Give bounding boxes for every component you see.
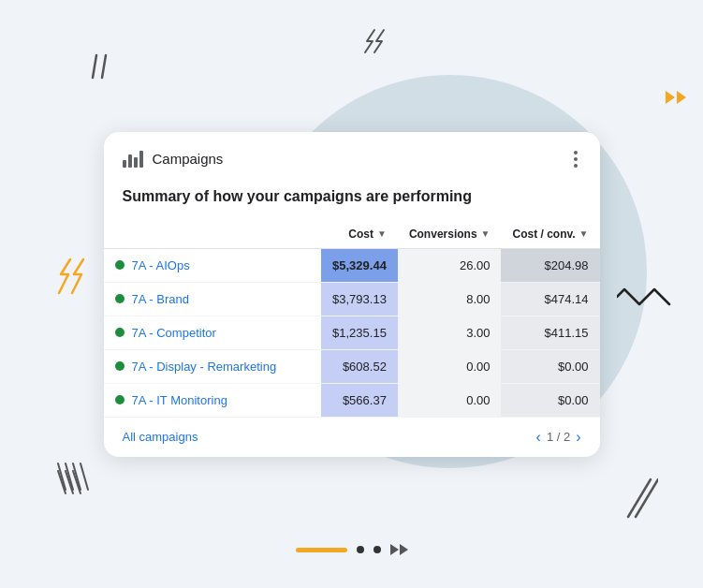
table-row: 7A - IT Monitoring $566.370.00$0.00	[104, 383, 600, 417]
campaign-name-cell: 7A - Competitor	[104, 316, 322, 349]
prev-page-button[interactable]: ‹	[536, 429, 541, 446]
card-footer: All campaigns ‹ 1 / 2 ›	[104, 417, 600, 457]
conversions-cell: 26.00	[398, 248, 502, 282]
table-row: 7A - Competitor $1,235.153.00$411.15	[104, 316, 600, 349]
cost-conv-cell: $204.98	[501, 248, 599, 282]
deco-slash-bottomleft	[56, 458, 97, 499]
status-dot	[115, 294, 124, 303]
deco-slash-bottomright	[621, 478, 658, 522]
conversions-sort-arrow: ▼	[481, 228, 491, 239]
card-header: Campaigns	[104, 132, 600, 181]
conversions-cell: 8.00	[398, 282, 502, 316]
status-dot	[115, 395, 124, 404]
deco-dot-1	[357, 546, 364, 553]
svg-line-5	[81, 463, 88, 490]
campaigns-card: Campaigns Summary of how your campaigns …	[104, 132, 600, 457]
cost-cell: $1,235.15	[321, 316, 398, 349]
svg-line-1	[102, 55, 106, 78]
conversions-cell: 0.00	[398, 383, 502, 417]
cost-cell: $608.52	[321, 349, 398, 383]
deco-wave-right	[617, 286, 673, 312]
table-row: 7A - AIOps $5,329.4426.00$204.98	[104, 248, 600, 282]
campaign-name[interactable]: 7A - AIOps	[115, 258, 311, 272]
kebab-menu-button[interactable]	[570, 147, 581, 171]
summary-title: Summary of how your campaigns are perfor…	[104, 181, 600, 220]
cost-sort-arrow: ▼	[377, 228, 387, 239]
campaign-name[interactable]: 7A - IT Monitoring	[115, 393, 311, 407]
card-title: Campaigns	[153, 151, 224, 167]
campaign-name-cell: 7A - Brand	[104, 282, 322, 316]
table-row: 7A - Brand $3,793.138.00$474.14	[104, 282, 600, 316]
cost-cell: $566.37	[321, 383, 398, 417]
cost-conv-cell: $0.00	[501, 383, 599, 417]
deco-bottom-controls	[296, 544, 408, 555]
cost-conv-cell: $0.00	[501, 349, 599, 383]
table-row: 7A - Display - Remarketing $608.520.00$0…	[104, 349, 600, 383]
status-dot	[115, 361, 124, 371]
svg-line-0	[93, 55, 96, 78]
deco-orange-bar	[296, 548, 347, 552]
status-dot	[115, 260, 124, 270]
deco-orange-arrows	[666, 91, 686, 104]
campaign-name[interactable]: 7A - Competitor	[115, 326, 311, 340]
next-page-button[interactable]: ›	[576, 429, 580, 446]
col-header-campaign	[104, 220, 322, 249]
campaign-name[interactable]: 7A - Display - Remarketing	[115, 360, 311, 374]
deco-play-arrows	[390, 544, 408, 555]
campaigns-table: Cost ▼ Conversions ▼ Cost / conv. ▼	[104, 220, 600, 417]
all-campaigns-link[interactable]: All campaigns	[123, 430, 198, 444]
conversions-cell: 3.00	[398, 316, 502, 349]
deco-slash-topleft	[89, 51, 117, 80]
deco-orange-lightning	[51, 257, 98, 299]
campaign-name-cell: 7A - Display - Remarketing	[104, 349, 322, 383]
cost-conv-sort-arrow: ▼	[579, 228, 589, 239]
col-header-cost[interactable]: Cost ▼	[321, 220, 398, 249]
deco-dot-2	[373, 546, 381, 553]
cost-cell: $3,793.13	[321, 282, 398, 316]
pagination: ‹ 1 / 2 ›	[536, 429, 581, 446]
status-dot	[115, 328, 124, 337]
campaign-name[interactable]: 7A - Brand	[115, 292, 311, 306]
cost-cell: $5,329.44	[321, 248, 398, 282]
campaign-name-cell: 7A - IT Monitoring	[104, 383, 322, 417]
cost-conv-cell: $411.15	[501, 316, 599, 349]
page-indicator: 1 / 2	[547, 430, 570, 444]
card-header-left: Campaigns	[123, 151, 224, 168]
col-header-cost-conv[interactable]: Cost / conv. ▼	[501, 220, 599, 249]
deco-lightning-top	[356, 28, 389, 58]
campaign-name-cell: 7A - AIOps	[104, 248, 322, 282]
bar-chart-icon	[123, 151, 143, 168]
conversions-cell: 0.00	[398, 349, 502, 383]
col-header-conversions[interactable]: Conversions ▼	[398, 220, 502, 249]
cost-conv-cell: $474.14	[501, 282, 599, 316]
